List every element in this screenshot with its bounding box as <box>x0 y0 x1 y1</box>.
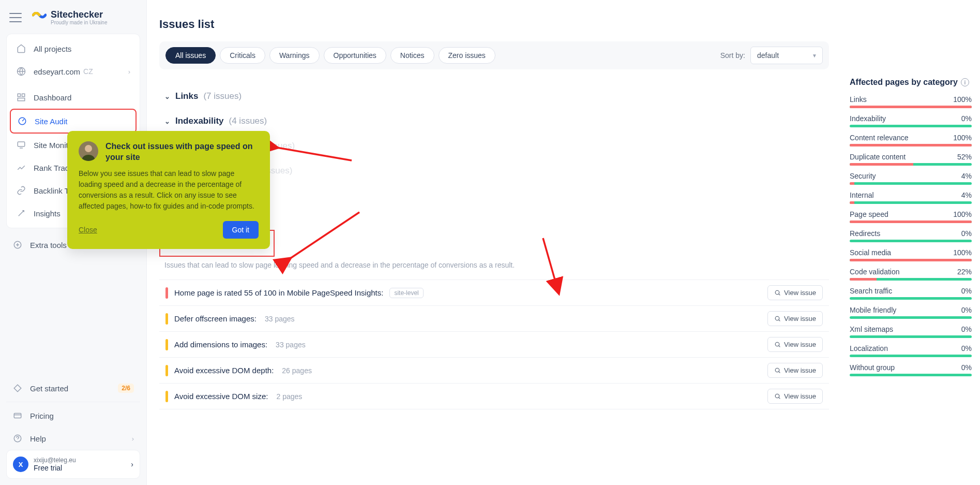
info-icon[interactable]: i <box>961 78 969 86</box>
issue-text: Add dimensions to images: <box>174 340 267 349</box>
issue-row[interactable]: Defer offscreen images:33 pagesView issu… <box>159 306 829 332</box>
filter-zero-issues[interactable]: Zero issues <box>439 47 495 64</box>
sort-select[interactable]: default ▼ <box>750 47 823 64</box>
category-percent: 0% <box>961 229 972 238</box>
sidebar-item-dashboard[interactable]: Dashboard <box>10 86 137 109</box>
category-count: (4 issues) <box>229 116 267 126</box>
category-label: Redirects <box>850 229 880 238</box>
category-bar-row[interactable]: Xml sitemaps0% <box>850 325 972 338</box>
filter-all-issues[interactable]: All issues <box>165 47 216 64</box>
sidebar-item-all-projects[interactable]: All projects <box>10 37 137 60</box>
category-bar-row[interactable]: Links100% <box>850 95 972 108</box>
category-label: Security <box>850 172 876 180</box>
sort-label: Sort by: <box>720 51 745 60</box>
issue-category-toggle[interactable]: ⌄ Indexability (4 issues) <box>164 116 824 126</box>
progress-bar <box>850 182 972 185</box>
category-bar-row[interactable]: Localization0% <box>850 344 972 357</box>
tooltip-title: Check out issues with page speed on your… <box>105 141 259 163</box>
svg-point-14 <box>85 145 92 152</box>
filter-criticals[interactable]: Criticals <box>220 47 265 64</box>
issue-row[interactable]: Add dimensions to images:33 pagesView is… <box>159 332 829 358</box>
category-bar-row[interactable]: Content relevance100% <box>850 134 972 146</box>
user-card[interactable]: X xixiju@teleg.eu Free trial › <box>6 450 140 479</box>
avatar-icon <box>79 141 98 161</box>
app-root: Sitechecker Proudly made in Ukraine All … <box>0 0 980 485</box>
view-issue-button[interactable]: View issue <box>767 389 823 404</box>
filter-warnings[interactable]: Warnings <box>269 47 320 64</box>
tooltip-gotit-button[interactable]: Got it <box>223 221 259 239</box>
trend-icon <box>16 163 26 173</box>
category-label: Page speed <box>850 210 888 218</box>
issue-row[interactable]: Avoid excessive DOM size:2 pagesView iss… <box>159 384 829 409</box>
category-bar-row[interactable]: Page speed100% <box>850 210 972 223</box>
severity-indicator <box>165 287 168 299</box>
progress-bar <box>850 106 972 108</box>
category-bar-row[interactable]: Indexability0% <box>850 114 972 127</box>
issue-row[interactable]: Avoid excessive DOM depth:26 pagesView i… <box>159 358 829 384</box>
progress-bar <box>850 163 972 166</box>
issue-tag: site-level <box>389 288 423 298</box>
category-percent: 100% <box>953 248 972 257</box>
sidebar-header: Sitechecker Proudly made in Ukraine <box>6 6 140 34</box>
svg-point-9 <box>775 290 779 295</box>
category-percent: 0% <box>961 287 972 295</box>
category-percent: 4% <box>961 172 972 180</box>
filter-notices[interactable]: Notices <box>390 47 434 64</box>
issue-pages-count: 2 pages <box>276 392 302 401</box>
monitor-icon <box>16 140 26 150</box>
tooltip-close-link[interactable]: Close <box>79 226 97 234</box>
severity-indicator <box>165 391 168 402</box>
view-issue-button[interactable]: View issue <box>767 311 823 326</box>
sidebar-item-help[interactable]: Help › <box>6 427 140 450</box>
progress-bar <box>850 125 972 127</box>
category-bar-row[interactable]: Code validation22% <box>850 268 972 281</box>
category-label: Social media <box>850 248 891 257</box>
issue-row[interactable]: Home page is rated 55 of 100 in Mobile P… <box>159 280 829 306</box>
category-bar-row[interactable]: Redirects0% <box>850 229 972 242</box>
progress-bar <box>850 316 972 319</box>
logo[interactable]: Sitechecker Proudly made in Ukraine <box>32 9 108 25</box>
category-bar-row[interactable]: Duplicate content52% <box>850 153 972 166</box>
svg-rect-7 <box>14 414 21 418</box>
issue-pages-count: 33 pages <box>265 315 295 323</box>
hamburger-icon[interactable] <box>9 13 22 22</box>
issue-category-toggle[interactable]: ⌄ Links (7 issues) <box>164 91 824 101</box>
rc-title-text: Affected pages by category <box>850 78 958 87</box>
home-icon <box>16 43 26 54</box>
issue-pages-count: 26 pages <box>282 366 312 375</box>
tooltip-body: Below you see issues that can lead to sl… <box>79 168 259 212</box>
category-bar-row[interactable]: Security4% <box>850 172 972 185</box>
category-bar-row[interactable]: Social media100% <box>850 248 972 261</box>
category-bars: Links100%Indexability0%Content relevance… <box>850 95 972 376</box>
chevron-down-icon: ⌄ <box>164 117 170 125</box>
view-issue-button[interactable]: View issue <box>767 337 823 352</box>
filter-opportunities[interactable]: Opportunities <box>324 47 386 64</box>
category-percent: 0% <box>961 306 972 314</box>
view-issue-button[interactable]: View issue <box>767 285 823 300</box>
category-bar-row[interactable]: Mobile friendly0% <box>850 306 972 319</box>
sidebar-item-pricing[interactable]: Pricing <box>6 404 140 427</box>
category-name: Links <box>175 91 198 101</box>
sidebar-item-label: Help <box>30 434 46 443</box>
category-name: Indexability <box>175 116 224 126</box>
category-label: Indexability <box>850 114 886 123</box>
progress-bar <box>850 374 972 376</box>
progress-bar <box>850 201 972 204</box>
progress-bar <box>850 297 972 300</box>
category-bar-row[interactable]: Internal4% <box>850 191 972 204</box>
category-bar-row[interactable]: Without group0% <box>850 363 972 376</box>
sidebar-item-get-started[interactable]: Get started 2/6 <box>6 377 140 400</box>
progress-bar <box>850 335 972 338</box>
sidebar-item-label: Dashboard <box>34 93 71 102</box>
category-percent: 0% <box>961 114 972 123</box>
category-label: Xml sitemaps <box>850 325 893 333</box>
sidebar-item-project[interactable]: edseyart.com CZ › <box>10 60 137 83</box>
issue-text: Avoid excessive DOM size: <box>174 392 268 401</box>
category-bar-row[interactable]: Search traffic0% <box>850 287 972 300</box>
category-percent: 100% <box>953 210 972 218</box>
svg-point-10 <box>775 316 779 320</box>
view-issue-button[interactable]: View issue <box>767 363 823 378</box>
sort-wrap: Sort by: default ▼ <box>720 47 823 64</box>
svg-rect-1 <box>18 94 20 96</box>
sidebar-item-site-audit[interactable]: Site Audit <box>10 109 137 134</box>
